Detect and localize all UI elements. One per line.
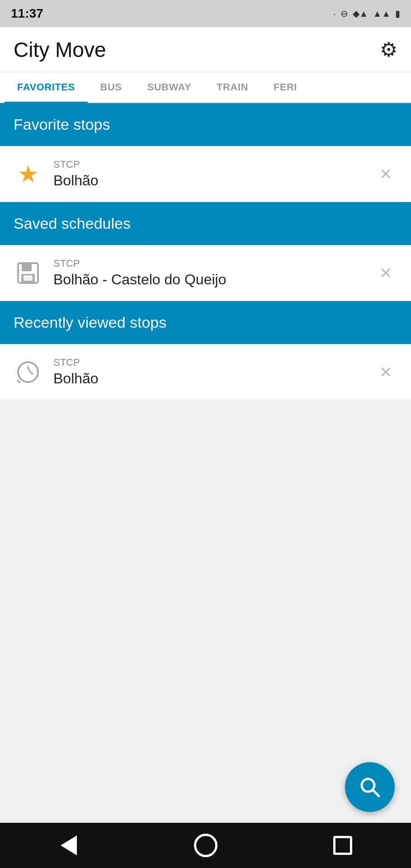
svg-line-6 [373,790,379,796]
dnd-icon: ⊖ [340,8,348,19]
recent-bolhao-subtitle: STCP [53,357,374,368]
remove-favorite-bolhao-button[interactable]: ✕ [374,162,397,186]
svg-point-4 [18,362,38,382]
recent-bolhao-title: Bolhão [53,370,374,387]
recent-clock-icon [16,360,40,384]
star-icon-container: ★ [14,160,43,189]
content-area: Favorite stops ★ STCP Bolhão ✕ Saved sch… [0,103,411,823]
data-icon: ◆▲ [353,8,368,19]
floppy-icon [17,262,39,284]
dot-icon: · [333,9,336,19]
app-title: City Move [14,38,106,62]
tab-bus[interactable]: BUS [88,72,135,102]
favorite-bolhao-subtitle: STCP [53,159,374,170]
favorite-stops-header: Favorite stops [0,103,411,146]
search-icon [358,775,382,799]
bottom-nav [0,823,411,868]
fab-container [0,769,411,823]
recently-viewed-header: Recently viewed stops [0,301,411,344]
remove-schedule-button[interactable]: ✕ [374,261,397,285]
remove-recent-button[interactable]: ✕ [374,360,397,384]
recents-button[interactable] [329,832,356,859]
list-item[interactable]: STCP Bolhão ✕ [0,344,411,400]
status-icons: · ⊖ ◆▲ ▲▲ ▮ [333,8,400,19]
favorite-bolhao-text: STCP Bolhão [53,159,374,189]
app-header: City Move ⚙ [0,27,411,72]
recent-bolhao-text: STCP Bolhão [53,357,374,387]
home-button[interactable] [192,832,219,859]
battery-icon: ▮ [395,8,400,19]
status-bar: 11:37 · ⊖ ◆▲ ▲▲ ▮ [0,0,411,27]
back-button[interactable] [55,832,82,859]
tab-subway[interactable]: SUBWAY [135,72,204,102]
star-icon: ★ [18,160,39,188]
content-spacer [0,400,411,769]
floppy-icon-container [14,259,43,288]
svg-rect-1 [22,263,32,271]
schedule-title: Bolhão - Castelo do Queijo [53,271,374,288]
settings-icon[interactable]: ⚙ [380,38,397,61]
status-time: 11:37 [11,6,43,21]
svg-rect-3 [24,275,33,281]
favorite-stops-title: Favorite stops [14,116,110,133]
clock-icon-container [14,358,43,387]
search-fab-button[interactable] [345,762,395,812]
home-icon [194,834,217,857]
list-item[interactable]: ★ STCP Bolhão ✕ [0,146,411,202]
recents-icon [333,836,352,855]
list-item[interactable]: STCP Bolhão - Castelo do Queijo ✕ [0,245,411,301]
favorite-bolhao-title: Bolhão [53,172,374,189]
tab-train[interactable]: TRAIN [204,72,261,102]
back-icon [61,835,77,855]
recently-viewed-title: Recently viewed stops [14,314,166,331]
saved-schedules-header: Saved schedules [0,202,411,245]
schedule-bolhao-castelo-text: STCP Bolhão - Castelo do Queijo [53,258,374,288]
tab-ferry[interactable]: FERI [261,72,310,102]
signal-icon: ▲▲ [373,9,391,19]
saved-schedules-title: Saved schedules [14,215,131,232]
tab-bar: FAVORITES BUS SUBWAY TRAIN FERI [0,72,411,103]
tab-favorites[interactable]: FAVORITES [5,72,88,102]
schedule-subtitle: STCP [53,258,374,269]
